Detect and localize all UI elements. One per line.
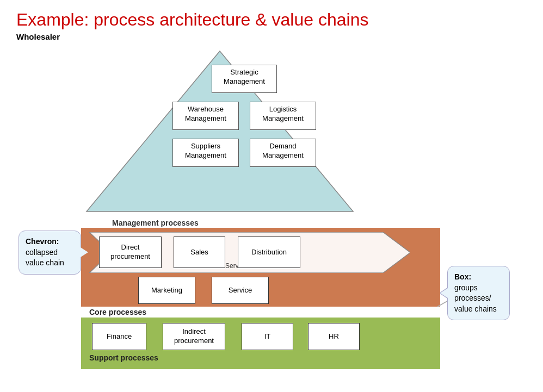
finance-box: Finance (92, 323, 146, 350)
hr-box: HR (308, 323, 360, 350)
subtitle: Wholesaler (16, 32, 527, 41)
diagram: Strategic Management Warehouse Managemen… (18, 46, 525, 366)
strategic-box: Strategic Management (212, 65, 277, 93)
page-container: Example: process architecture & value ch… (0, 0, 543, 392)
warehouse-box: Warehouse Management (172, 102, 239, 130)
callout-left: Chevron: collapsed value chain (18, 231, 81, 275)
support-label: Support processes (89, 353, 158, 362)
callout-right-title: Box: (454, 272, 471, 281)
callout-right-desc: groups processes/ value chains (454, 283, 497, 313)
callout-left-title: Chevron: (26, 237, 59, 246)
core-label: Core processes (89, 308, 146, 316)
service-box: Service (212, 277, 269, 304)
demand-box: Demand Management (250, 139, 316, 167)
management-label: Management processes (112, 219, 199, 227)
direct-procurement-box: Direct procurement (99, 237, 162, 268)
logistics-box: Logistics Management (250, 102, 316, 130)
sales-box: Sales (174, 237, 225, 268)
suppliers-box: Suppliers Management (172, 139, 239, 167)
distribution-box: Distribution (238, 237, 300, 268)
it-box: IT (242, 323, 293, 350)
callout-right: Box: groups processes/ value chains (447, 266, 510, 320)
page-title: Example: process architecture & value ch… (16, 10, 527, 30)
marketing-box: Marketing (138, 277, 195, 304)
callout-left-desc: collapsed value chain (26, 248, 64, 267)
indirect-procurement-box: Indirect procurement (163, 323, 225, 350)
